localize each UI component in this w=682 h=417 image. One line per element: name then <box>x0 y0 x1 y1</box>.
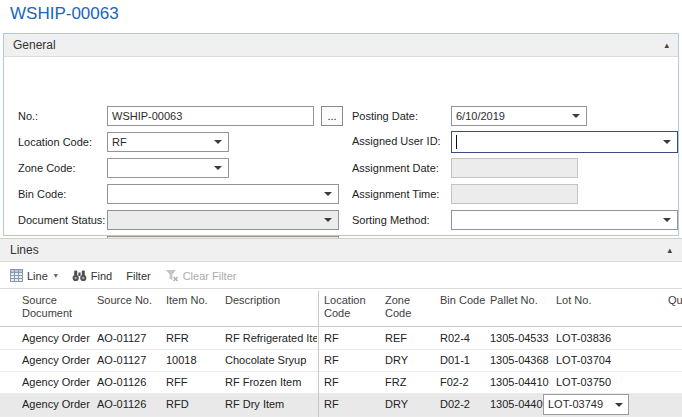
text-cursor <box>456 135 457 149</box>
bin-code-field[interactable] <box>107 184 339 204</box>
general-fasttab: General ▴ No.: WSHIP-00063 ... Location … <box>3 33 679 236</box>
grid-freeze-pane-divider <box>318 291 319 417</box>
page-title: WSHIP-00063 <box>10 4 119 24</box>
cell-zone-code: FRZ <box>385 372 435 393</box>
column-header-item-no[interactable]: Item No. <box>166 294 222 307</box>
cell-source-document: Agency Order <box>22 328 95 349</box>
cell-source-no: AO-01127 <box>97 328 161 349</box>
dropdown-arrow-icon[interactable] <box>214 166 222 170</box>
general-fasttab-title: General <box>13 38 56 52</box>
zone-code-field[interactable] <box>107 158 229 178</box>
warehouse-shipment-page: WSHIP-00063 General ▴ No.: WSHIP-00063 .… <box>0 0 682 417</box>
cell-description: Chocolate Sryup <box>225 350 317 371</box>
cell-item-no: RFF <box>166 372 222 393</box>
lines-fasttab-header[interactable]: Lines ▴ <box>0 238 682 262</box>
clear-filter-button[interactable]: Clear Filter <box>165 269 237 282</box>
cell-source-no: AO-01126 <box>97 372 161 393</box>
collapse-icon[interactable]: ▴ <box>667 246 672 255</box>
column-header-location-code[interactable]: Location Code <box>324 294 380 320</box>
sorting-method-field[interactable] <box>451 210 678 230</box>
lines-fasttab-title: Lines <box>10 243 39 257</box>
column-header-lot-no[interactable]: Lot No. <box>556 294 630 307</box>
location-code-value: RF <box>112 136 127 148</box>
column-header-source-document[interactable]: Source Document <box>22 294 95 320</box>
assignment-date-field <box>451 158 578 178</box>
sorting-method-label: Sorting Method: <box>352 210 430 230</box>
cell-lot-no: LOT-03750 <box>556 372 630 393</box>
dropdown-arrow-icon[interactable] <box>615 403 623 407</box>
cell-bin-code: R02-4 <box>440 328 486 349</box>
clear-filter-icon <box>165 269 179 282</box>
filter-button[interactable]: Filter <box>126 270 150 282</box>
cell-zone-code: DRY <box>385 350 435 371</box>
dropdown-arrow-icon[interactable] <box>663 218 671 222</box>
bin-code-label: Bin Code: <box>18 184 66 204</box>
clear-filter-label: Clear Filter <box>183 270 237 282</box>
cell-pallet-no: 1305-04368 <box>490 350 552 371</box>
assignment-time-field <box>451 184 578 204</box>
table-row[interactable]: Agency Order AO-01127 RFR RF Refrigerate… <box>0 328 682 350</box>
dropdown-arrow-icon[interactable] <box>663 140 671 144</box>
no-assist-edit-button[interactable]: ... <box>321 106 343 126</box>
column-header-zone-code[interactable]: Zone Code <box>385 294 435 320</box>
line-menu-label: Line <box>27 270 48 282</box>
no-field[interactable]: WSHIP-00063 <box>107 106 314 126</box>
posting-date-label: Posting Date: <box>352 106 418 126</box>
cell-location-code: RF <box>324 350 380 371</box>
cell-source-document: Agency Order <box>22 350 95 371</box>
cell-pallet-no: 1305-04533 <box>490 328 552 349</box>
table-row[interactable]: Agency Order AO-01126 RFF RF Frozen Item… <box>0 372 682 394</box>
lot-no-edit-cell[interactable]: LOT-03749 <box>543 394 629 415</box>
assignment-date-label: Assignment Date: <box>352 158 439 178</box>
cell-description: RF Frozen Item <box>225 372 317 393</box>
cell-location-code: RF <box>324 394 380 415</box>
dropdown-arrow-icon[interactable] <box>324 218 332 222</box>
cell-pallet-no: 1305-04410 <box>490 372 552 393</box>
location-code-field[interactable]: RF <box>107 132 229 152</box>
assigned-user-id-field[interactable] <box>451 131 678 153</box>
filter-label: Filter <box>126 270 150 282</box>
cell-bin-code: F02-2 <box>440 372 486 393</box>
assigned-user-id-label: Assigned User ID: <box>352 131 441 151</box>
cell-bin-code: D01-1 <box>440 350 486 371</box>
dropdown-arrow-icon[interactable] <box>214 140 222 144</box>
cell-zone-code: DRY <box>385 394 435 415</box>
cell-source-document: Agency Order <box>22 394 95 415</box>
cell-location-code: RF <box>324 328 380 349</box>
find-button[interactable]: Find <box>72 269 112 282</box>
cell-lot-no: LOT-03704 <box>556 350 630 371</box>
cell-source-no: AO-01126 <box>97 394 161 415</box>
column-header-source-no[interactable]: Source No. <box>97 294 161 307</box>
cell-zone-code: REF <box>385 328 435 349</box>
collapse-icon[interactable]: ▴ <box>664 41 669 50</box>
cell-source-document: Agency Order <box>22 372 95 393</box>
column-header-bin-code[interactable]: Bin Code <box>440 294 486 307</box>
posting-date-field[interactable]: 6/10/2019 <box>451 106 587 126</box>
line-menu-button[interactable]: Line ▾ <box>10 269 58 282</box>
dropdown-arrow-icon[interactable] <box>324 192 332 196</box>
cell-description: RF Refrigerated Item <box>225 328 317 349</box>
cell-bin-code: D02-2 <box>440 394 486 415</box>
lines-toolbar: Line ▾ Find Filter <box>0 263 682 289</box>
column-header-quantity[interactable]: Qu <box>668 294 682 307</box>
cell-description: RF Dry Item <box>225 394 317 415</box>
posting-date-value: 6/10/2019 <box>456 110 505 122</box>
column-header-pallet-no[interactable]: Pallet No. <box>490 294 552 307</box>
location-code-label: Location Code: <box>18 132 92 152</box>
cell-source-no: AO-01127 <box>97 350 161 371</box>
cell-item-no: RFD <box>166 394 222 415</box>
dropdown-arrow-icon[interactable] <box>572 114 580 118</box>
table-row[interactable]: Agency Order AO-01127 10018 Chocolate Sr… <box>0 350 682 372</box>
assignment-time-label: Assignment Time: <box>352 184 439 204</box>
lines-grid-header: Source Document Source No. Item No. Desc… <box>0 291 682 327</box>
lot-no-edit-value: LOT-03749 <box>548 398 603 410</box>
general-fasttab-header[interactable]: General ▴ <box>4 34 678 57</box>
find-label: Find <box>91 270 112 282</box>
document-status-field[interactable] <box>107 210 339 230</box>
no-label: No.: <box>18 106 38 126</box>
column-header-description[interactable]: Description <box>225 294 317 307</box>
chevron-down-icon: ▾ <box>54 271 58 280</box>
table-row-selected[interactable]: Agency Order AO-01126 RFD RF Dry Item RF… <box>0 394 682 417</box>
document-status-label: Document Status: <box>18 210 105 230</box>
cell-location-code: RF <box>324 372 380 393</box>
